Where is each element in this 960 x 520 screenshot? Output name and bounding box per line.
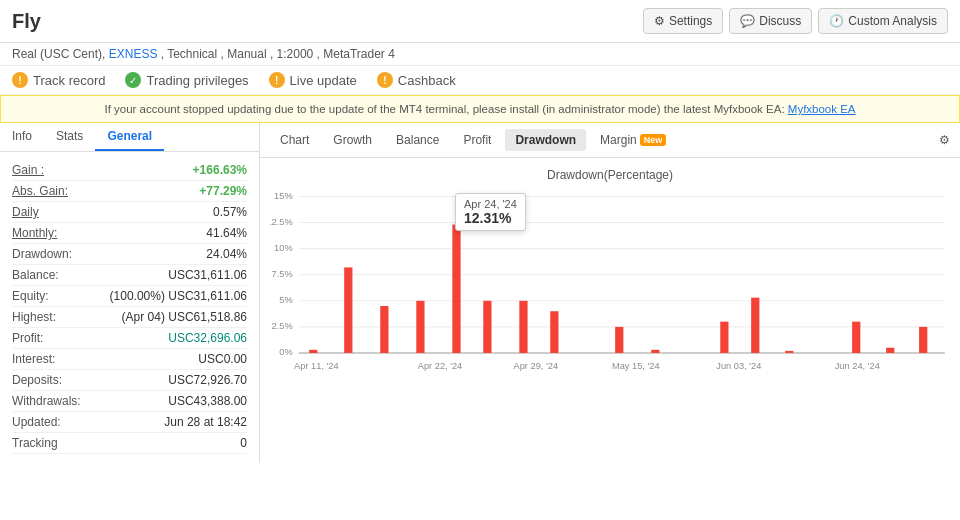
gain-value: +166.63% [193,163,247,177]
abs-gain-label[interactable]: Abs. Gain: [12,184,68,198]
interest-label: Interest: [12,352,55,366]
stat-monthly: Monthly: 41.64% [12,223,247,244]
chart-settings-button[interactable]: ⚙ [939,133,950,147]
stat-daily: Daily 0.57% [12,202,247,223]
gear-icon: ⚙ [654,14,665,28]
daily-value: 0.57% [213,205,247,219]
stat-abs-gain: Abs. Gain: +77.29% [12,181,247,202]
track-record-nav[interactable]: ! Track record [12,72,105,88]
svg-rect-16 [380,306,388,353]
tab-drawdown[interactable]: Drawdown [505,129,586,151]
svg-rect-21 [550,311,558,353]
daily-label[interactable]: Daily [12,205,39,219]
myfxbook-ea-link[interactable]: Myfxbook EA [788,103,856,115]
tab-general[interactable]: General [95,123,164,151]
stat-profit: Profit: USC32,696.06 [12,328,247,349]
tracking-value: 0 [240,436,247,450]
svg-rect-18 [452,225,460,353]
svg-rect-27 [852,322,860,353]
gain-label[interactable]: Gain : [12,163,44,177]
monthly-label[interactable]: Monthly: [12,226,57,240]
stat-interest: Interest: USC0.00 [12,349,247,370]
chart-title: Drawdown(Percentage) [270,168,950,182]
new-badge: New [640,134,667,146]
svg-rect-19 [483,301,491,353]
svg-rect-24 [720,322,728,353]
highest-value: (Apr 04) USC61,518.86 [122,310,247,324]
deposits-label: Deposits: [12,373,62,387]
svg-text:May 15, '24: May 15, '24 [612,361,660,371]
svg-rect-22 [615,327,623,353]
stat-updated: Updated: Jun 28 at 18:42 [12,412,247,433]
stat-tracking: Tracking 0 [12,433,247,454]
account-subtitle: Real (USC Cent), EXNESS , Technical , Ma… [0,43,960,66]
header-buttons: ⚙ Settings 💬 Discuss 🕐 Custom Analysis [643,8,948,34]
stat-gain: Gain : +166.63% [12,160,247,181]
custom-analysis-button[interactable]: 🕐 Custom Analysis [818,8,948,34]
svg-rect-17 [416,301,424,353]
right-panel: Chart Growth Balance Profit Drawdown Mar… [260,123,960,463]
svg-text:Jun 24, '24: Jun 24, '24 [835,361,880,371]
settings-button[interactable]: ⚙ Settings [643,8,723,34]
abs-gain-value: +77.29% [199,184,247,198]
left-tab-bar: Info Stats General [0,123,259,152]
profit-label: Profit: [12,331,43,345]
trading-privileges-nav[interactable]: ✓ Trading privileges [125,72,248,88]
live-update-nav[interactable]: ! Live update [269,72,357,88]
stat-drawdown: Drawdown: 24.04% [12,244,247,265]
main-content: Info Stats General Gain : +166.63% Abs. … [0,123,960,463]
warn-icon-2: ! [269,72,285,88]
discuss-button[interactable]: 💬 Discuss [729,8,812,34]
tab-growth[interactable]: Growth [323,129,382,151]
chat-icon: 💬 [740,14,755,28]
stat-balance: Balance: USC31,611.06 [12,265,247,286]
tab-balance[interactable]: Balance [386,129,449,151]
tab-info[interactable]: Info [0,123,44,151]
equity-value: (100.00%) USC31,611.06 [110,289,247,303]
svg-text:7.5%: 7.5% [272,269,293,279]
profit-value: USC32,696.06 [168,331,247,345]
left-panel: Info Stats General Gain : +166.63% Abs. … [0,123,260,463]
svg-rect-25 [751,298,759,353]
svg-text:10%: 10% [274,243,293,253]
svg-text:Jun 03, '24: Jun 03, '24 [716,361,761,371]
page-title: Fly [12,10,41,33]
svg-rect-26 [785,351,793,353]
svg-text:5%: 5% [279,295,292,305]
clock-icon: 🕐 [829,14,844,28]
monthly-value: 41.64% [206,226,247,240]
svg-text:2.5%: 2.5% [272,321,293,331]
balance-value: USC31,611.06 [168,268,247,282]
svg-text:Apr 22, '24: Apr 22, '24 [418,361,463,371]
stats-table: Gain : +166.63% Abs. Gain: +77.29% Daily… [0,152,259,462]
equity-label: Equity: [12,289,49,303]
warn-icon: ! [12,72,28,88]
cashback-nav[interactable]: ! Cashback [377,72,456,88]
chart-area: Drawdown(Percentage) Apr 24, '24 12.31% … [260,158,960,463]
nav-row: ! Track record ✓ Trading privileges ! Li… [0,66,960,95]
svg-rect-29 [919,327,927,353]
drawdown-label: Drawdown: [12,247,72,261]
svg-text:12.5%: 12.5% [270,217,293,227]
balance-label: Balance: [12,268,59,282]
tab-chart[interactable]: Chart [270,129,319,151]
tab-profit[interactable]: Profit [453,129,501,151]
updated-value: Jun 28 at 18:42 [164,415,247,429]
svg-rect-14 [309,350,317,353]
withdrawals-value: USC43,388.00 [168,394,247,408]
tab-margin[interactable]: Margin New [590,129,676,151]
drawdown-value: 24.04% [206,247,247,261]
svg-text:Apr 11, '24: Apr 11, '24 [294,361,339,371]
svg-text:15%: 15% [274,190,293,200]
warn-icon-3: ! [377,72,393,88]
chart-tab-bar: Chart Growth Balance Profit Drawdown Mar… [260,123,960,158]
interest-value: USC0.00 [198,352,247,366]
tracking-label: Tracking [12,436,58,450]
svg-rect-23 [651,350,659,353]
ok-icon: ✓ [125,72,141,88]
broker-link[interactable]: EXNESS [109,47,158,61]
stat-highest: Highest: (Apr 04) USC61,518.86 [12,307,247,328]
update-banner: If your account stopped updating due to … [0,95,960,123]
deposits-value: USC72,926.70 [168,373,247,387]
tab-stats[interactable]: Stats [44,123,95,151]
